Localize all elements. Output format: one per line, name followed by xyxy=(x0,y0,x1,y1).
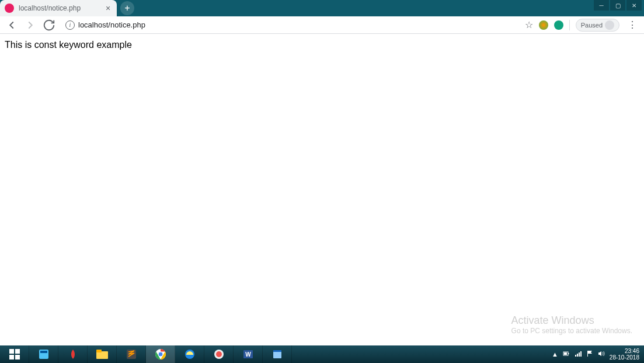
menu-button[interactable]: ⋮ xyxy=(625,19,639,30)
svg-rect-26 xyxy=(587,351,588,357)
taskbar-apps: W xyxy=(0,345,292,363)
taskbar-app-sublime[interactable] xyxy=(117,345,146,363)
forward-button[interactable] xyxy=(23,18,37,32)
profile-paused-button[interactable]: Paused xyxy=(576,19,619,32)
svg-rect-3 xyxy=(15,355,20,359)
taskbar-app-wamp[interactable] xyxy=(58,345,88,363)
close-window-button[interactable]: ✕ xyxy=(626,0,642,11)
svg-rect-21 xyxy=(564,352,567,355)
svg-rect-18 xyxy=(273,350,281,352)
taskbar-app-ie[interactable] xyxy=(175,345,204,363)
network-icon[interactable] xyxy=(575,350,582,358)
system-tray: ▲ 23:46 28-10-2018 xyxy=(552,348,644,361)
watermark-subtitle: Go to PC settings to activate Windows. xyxy=(511,327,632,335)
svg-rect-20 xyxy=(568,353,569,354)
taskbar-app-chrome[interactable] xyxy=(146,345,175,363)
browser-tab[interactable]: localhost/notice.php × xyxy=(0,0,117,16)
maximize-button[interactable]: ▢ xyxy=(610,0,625,11)
svg-rect-22 xyxy=(575,355,576,357)
tray-expand-icon[interactable]: ▲ xyxy=(552,351,558,358)
toolbar-divider xyxy=(569,20,570,30)
bookmark-icon[interactable]: ☆ xyxy=(525,19,533,30)
window-controls: ─ ▢ ✕ xyxy=(594,0,642,11)
tab-title: localhost/notice.php xyxy=(19,4,104,12)
new-tab-button[interactable]: + xyxy=(120,1,134,15)
close-tab-icon[interactable]: × xyxy=(104,4,112,12)
svg-text:W: W xyxy=(245,351,251,358)
clock-time: 23:46 xyxy=(610,348,639,354)
taskbar-app-explorer[interactable] xyxy=(88,345,117,363)
battery-icon[interactable] xyxy=(563,350,570,358)
tab-favicon xyxy=(5,4,14,13)
windows-taskbar: W ▲ 23:46 28-10-2018 xyxy=(0,345,644,363)
svg-rect-25 xyxy=(580,351,582,357)
taskbar-app-notepad[interactable] xyxy=(263,345,292,363)
taskbar-app-word[interactable]: W xyxy=(234,345,263,363)
volume-icon[interactable] xyxy=(598,350,605,358)
extension-icon-2[interactable] xyxy=(554,20,563,30)
windows-activation-watermark: Activate Windows Go to PC settings to ac… xyxy=(511,314,632,335)
address-input[interactable]: i localhost/notice.php xyxy=(61,18,520,32)
svg-rect-24 xyxy=(579,352,580,357)
browser-title-bar: localhost/notice.php × + ─ ▢ ✕ xyxy=(0,0,644,16)
svg-point-14 xyxy=(216,351,222,357)
page-content: This is const keyword example xyxy=(0,34,644,345)
extension-icon-1[interactable] xyxy=(539,20,548,30)
svg-rect-0 xyxy=(9,349,14,354)
flag-icon[interactable] xyxy=(586,350,593,358)
svg-rect-1 xyxy=(15,349,20,354)
toolbar-right: ☆ Paused ⋮ xyxy=(525,19,639,32)
taskbar-app-calculator[interactable] xyxy=(29,345,58,363)
page-body-text: This is const keyword example xyxy=(5,40,132,50)
svg-point-11 xyxy=(158,352,163,357)
svg-rect-2 xyxy=(9,355,14,359)
svg-rect-7 xyxy=(96,350,102,352)
url-text: localhost/notice.php xyxy=(78,20,145,29)
site-info-icon[interactable]: i xyxy=(65,20,75,30)
watermark-title: Activate Windows xyxy=(511,314,632,327)
reload-button[interactable] xyxy=(42,18,56,32)
taskbar-app-antivirus[interactable] xyxy=(204,345,234,363)
minimize-button[interactable]: ─ xyxy=(594,0,609,11)
clock-date: 28-10-2018 xyxy=(610,354,639,361)
svg-rect-5 xyxy=(40,351,47,353)
svg-rect-23 xyxy=(577,354,578,357)
browser-toolbar: i localhost/notice.php ☆ Paused ⋮ xyxy=(0,16,644,34)
taskbar-clock[interactable]: 23:46 28-10-2018 xyxy=(610,348,639,361)
back-button[interactable] xyxy=(5,18,19,32)
paused-label: Paused xyxy=(581,22,603,29)
start-button[interactable] xyxy=(0,345,29,363)
avatar-icon xyxy=(605,20,614,30)
